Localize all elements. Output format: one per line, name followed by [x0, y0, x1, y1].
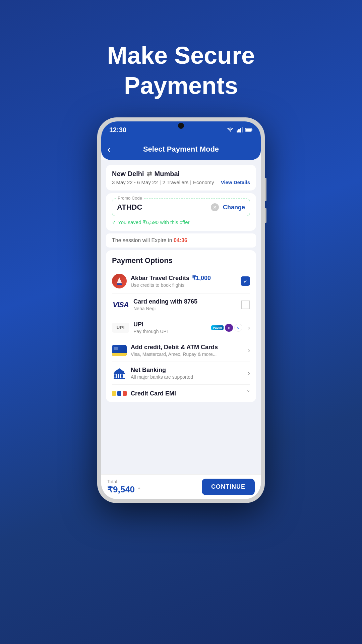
phonepe-logo: φ [225, 324, 233, 332]
total-amount: ₹9,540 [107, 484, 135, 495]
saved-card-name: Card ending with 8765 [133, 298, 237, 305]
bottom-bar: Total ₹9,540 ⌃ CONTINUE [101, 474, 261, 499]
signal-icon [237, 127, 243, 132]
payment-option-upi[interactable]: UPI UPI Pay through UPI Paytm φ G › [112, 316, 250, 339]
session-text: The session will Expire in [112, 237, 174, 243]
flight-cabin: Economy [193, 179, 214, 185]
wifi-icon [227, 127, 234, 132]
akbar-credits-icon [112, 274, 127, 288]
flight-card: New Delhi ⇄ Mumbai 3 May 22 - 6 May 22 |… [106, 165, 256, 191]
svg-rect-12 [114, 374, 116, 378]
akbar-credits-info: Akbar Travel Credits ₹1,000 Use credits … [131, 274, 237, 288]
scroll-content[interactable]: New Delhi ⇄ Mumbai 3 May 22 - 6 May 22 |… [101, 160, 261, 499]
promo-savings-text: ✓ You saved ₹6,590 with this offer [112, 219, 250, 225]
akbar-credits-sub: Use credits to book flights [131, 282, 237, 288]
gpay-logo: G [234, 324, 242, 332]
saved-card-radio[interactable] [241, 301, 250, 309]
promo-code-label: Promo Code [116, 196, 143, 201]
paytm-logo: Paytm [211, 325, 224, 330]
credit-emi-icon [112, 390, 127, 396]
akbar-credits-amount: ₹1,000 [192, 274, 211, 282]
svg-rect-15 [121, 374, 123, 378]
flight-details-row: 3 May 22 - 6 May 22 | 2 Travellers | Eco… [112, 179, 250, 185]
net-banking-chevron-icon: › [248, 369, 250, 377]
total-amount-row[interactable]: ₹9,540 ⌃ [107, 484, 141, 495]
hero-title: Make Secure Payments [107, 40, 255, 101]
upi-text-icon: UPI [117, 325, 125, 330]
route-arrow-icon: ⇄ [147, 170, 152, 178]
phone-notch [178, 123, 184, 129]
payment-option-saved-card[interactable]: VISA Card ending with 8765 Neha Negi [112, 293, 250, 316]
add-cards-chevron-icon: › [248, 346, 250, 354]
svg-marker-8 [117, 277, 122, 283]
net-banking-icon [112, 367, 127, 380]
promo-input-row: ATHDC ✕ Change [117, 203, 245, 212]
net-banking-sub: All major banks are supported [131, 374, 244, 380]
svg-rect-2 [238, 129, 240, 132]
view-details-link[interactable]: View Details [221, 179, 250, 185]
payment-option-add-cards[interactable]: Add credit, Debit & ATM Cards Visa, Mast… [112, 339, 250, 362]
status-icons [227, 127, 253, 132]
net-banking-info: Net Banking All major banks are supporte… [131, 367, 244, 380]
credit-emi-info: Credit Card EMI [131, 390, 243, 397]
add-cards-sub: Visa, Mastercard, Amex, Rupay & more... [131, 352, 244, 357]
payment-options-section: Payment Options Akbar Travel Credits ₹1,… [106, 250, 256, 402]
credit-emi-chevron-down-icon: ˅ [247, 389, 250, 397]
add-cards-name: Add credit, Debit & ATM Cards [131, 344, 244, 351]
app-header: ‹ Select Payment Mode [101, 138, 261, 160]
phone-side-button-power [265, 208, 266, 223]
total-label: Total [107, 479, 141, 484]
svg-rect-4 [242, 127, 243, 132]
session-banner: The session will Expire in 04:36 [106, 233, 256, 248]
flight-dates: 3 May 22 - 6 May 22 [112, 179, 158, 185]
phone-inner: 12:30 [101, 121, 261, 499]
akbar-credits-checkbox[interactable]: ✓ [241, 276, 250, 286]
promo-clear-button[interactable]: ✕ [211, 203, 219, 211]
status-bar: 12:30 [101, 121, 261, 138]
svg-rect-13 [117, 374, 118, 378]
promo-input-box[interactable]: Promo Code ATHDC ✕ Change [112, 199, 250, 216]
upi-sub: Pay through UPI [133, 329, 207, 334]
svg-rect-14 [119, 374, 120, 378]
promo-section: Promo Code ATHDC ✕ Change ✓ You saved ₹6… [106, 193, 256, 231]
svg-marker-17 [114, 368, 125, 372]
continue-button[interactable]: CONTINUE [202, 479, 255, 495]
phone-frame: 12:30 [97, 117, 265, 503]
add-card-icon [112, 345, 127, 356]
total-expand-icon: ⌃ [137, 486, 141, 493]
payment-option-net-banking[interactable]: Net Banking All major banks are supporte… [112, 362, 250, 385]
payment-section-title: Payment Options [112, 256, 250, 265]
visa-card-icon: VISA [112, 300, 129, 310]
header-title: Select Payment Mode [143, 145, 219, 154]
svg-rect-7 [246, 129, 251, 131]
hero-section: Make Secure Payments [107, 40, 255, 101]
upi-chevron-icon: › [248, 324, 250, 331]
back-button[interactable]: ‹ [107, 144, 111, 155]
svg-rect-11 [114, 373, 125, 374]
phone-side-button-volume [265, 178, 266, 201]
destination-city: Mumbai [155, 170, 180, 178]
savings-message: You saved ₹6,590 with this offer [118, 219, 189, 225]
promo-actions: ✕ Change [211, 203, 245, 211]
upi-logo-icon: UPI [112, 323, 129, 333]
flight-route: New Delhi ⇄ Mumbai [112, 170, 250, 178]
add-cards-info: Add credit, Debit & ATM Cards Visa, Mast… [131, 344, 244, 357]
akbar-credits-name: Akbar Travel Credits ₹1,000 [131, 274, 237, 282]
visa-logo: VISA [113, 301, 128, 309]
promo-change-button[interactable]: Change [223, 204, 245, 211]
net-banking-name: Net Banking [131, 367, 244, 374]
saved-card-info: Card ending with 8765 Neha Negi [133, 298, 237, 311]
flight-travellers: 2 Travellers [163, 179, 189, 185]
upi-info: UPI Pay through UPI [133, 321, 207, 334]
upi-name: UPI [133, 321, 207, 328]
upi-payment-logos: Paytm φ G [211, 324, 242, 332]
saved-card-sub: Neha Negi [133, 306, 237, 311]
svg-rect-9 [117, 283, 122, 285]
svg-marker-0 [229, 130, 231, 132]
total-section: Total ₹9,540 ⌃ [107, 479, 141, 495]
payment-option-credit-emi[interactable]: Credit Card EMI ˅ [112, 385, 250, 402]
promo-code-value: ATHDC [117, 203, 142, 212]
payment-option-akbar[interactable]: Akbar Travel Credits ₹1,000 Use credits … [112, 269, 250, 293]
battery-icon [245, 128, 253, 132]
status-time: 12:30 [109, 126, 126, 134]
